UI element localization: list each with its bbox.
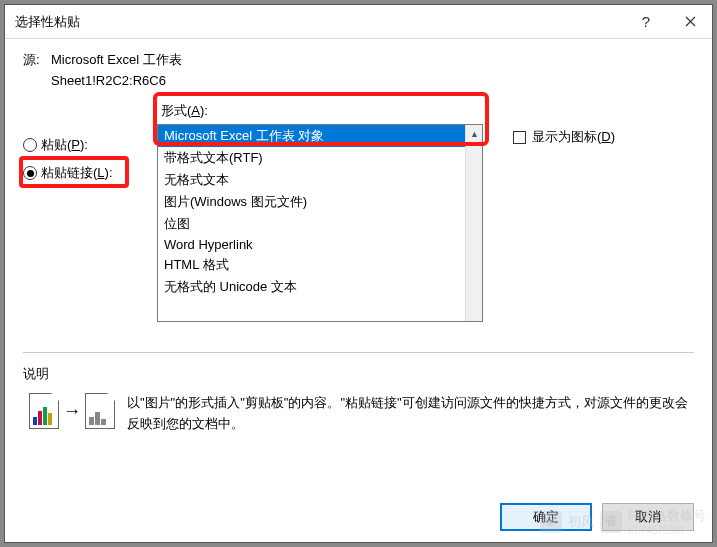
source-range: Sheet1!R2C2:R6C6 (51, 73, 694, 88)
format-label: 形式(A): (161, 102, 208, 120)
description-text: 以"图片"的形式插入"剪贴板"的内容。"粘贴链接"可创建访问源文件的快捷方式，对… (127, 393, 694, 435)
svg-rect-0 (33, 417, 37, 425)
svg-rect-3 (48, 413, 52, 425)
help-button[interactable]: ? (624, 5, 668, 39)
svg-rect-6 (101, 419, 106, 425)
scroll-up-icon[interactable]: ▲ (466, 125, 483, 142)
radio-paste-link[interactable]: 粘贴链接(L): (23, 164, 153, 182)
svg-rect-1 (38, 411, 42, 425)
radio-icon-selected (23, 166, 37, 180)
list-item[interactable]: 带格式文本(RTF) (158, 147, 482, 169)
page-doc-icon (85, 393, 115, 429)
source-app: Microsoft Excel 工作表 (51, 51, 182, 69)
list-item[interactable]: 位图 (158, 213, 482, 235)
titlebar: 选择性粘贴 ? (5, 5, 712, 39)
radio-paste-link-label: 粘贴链接(L): (41, 164, 113, 182)
list-item[interactable]: Word Hyperlink (158, 235, 482, 254)
list-item[interactable]: HTML 格式 (158, 254, 482, 276)
paste-special-dialog: 选择性粘贴 ? 源: Microsoft Excel 工作表 Sheet1!R2… (4, 4, 713, 543)
checkbox-icon (513, 131, 526, 144)
radio-paste[interactable]: 粘贴(P): (23, 136, 153, 154)
close-icon (685, 16, 696, 27)
svg-rect-2 (43, 407, 47, 425)
arrow-right-icon: → (63, 401, 81, 422)
show-as-icon-label: 显示为图标(D) (532, 128, 615, 146)
description-label: 说明 (23, 365, 694, 383)
radio-paste-label: 粘贴(P): (41, 136, 88, 154)
format-listbox[interactable]: Microsoft Excel 工作表 对象 带格式文本(RTF) 无格式文本 … (157, 124, 483, 322)
dialog-footer: 确定 取消 (5, 492, 712, 542)
show-as-icon-checkbox[interactable]: 显示为图标(D) (513, 128, 615, 146)
description-icons: → (29, 393, 115, 429)
chart-doc-icon (29, 393, 59, 429)
source-label: 源: (23, 51, 51, 69)
list-item[interactable]: 无格式文本 (158, 169, 482, 191)
svg-rect-5 (95, 412, 100, 425)
svg-rect-4 (89, 417, 94, 425)
cancel-button[interactable]: 取消 (602, 503, 694, 531)
ok-button[interactable]: 确定 (500, 503, 592, 531)
close-button[interactable] (668, 5, 712, 39)
listbox-scrollbar[interactable]: ▲ (465, 125, 482, 321)
list-item[interactable]: 图片(Windows 图元文件) (158, 191, 482, 213)
radio-icon (23, 138, 37, 152)
list-item[interactable]: 无格式的 Unicode 文本 (158, 276, 482, 298)
list-item[interactable]: Microsoft Excel 工作表 对象 (158, 125, 482, 147)
dialog-title: 选择性粘贴 (15, 13, 624, 31)
divider (23, 352, 694, 353)
